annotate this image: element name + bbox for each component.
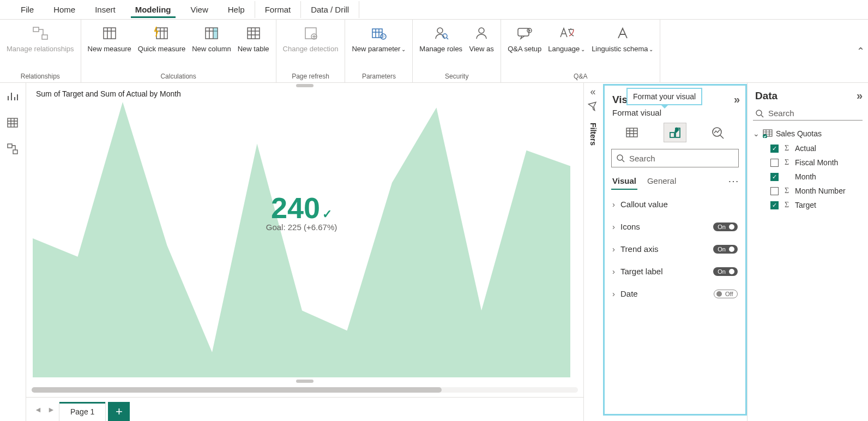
checkbox-unchecked[interactable] <box>770 159 779 167</box>
language-icon <box>557 24 576 43</box>
menu-tab-file[interactable]: File <box>11 1 44 18</box>
field-target[interactable]: ✓ Σ Target <box>769 198 864 212</box>
model-view-button[interactable] <box>7 143 20 156</box>
format-visual-tab[interactable] <box>664 123 686 142</box>
checkbox-checked[interactable]: ✓ <box>770 173 779 181</box>
svg-rect-6 <box>248 28 260 39</box>
toggle-on[interactable]: On <box>713 222 738 231</box>
format-search-input[interactable]: Search <box>611 149 739 167</box>
sigma-icon: Σ <box>783 158 791 167</box>
new-column-button[interactable]: New column <box>189 22 234 71</box>
page-tab-1[interactable]: Page 1 <box>59 402 106 422</box>
quick-measure-button[interactable]: Quick measure <box>135 22 189 71</box>
ribbon-collapse-button[interactable]: ⌃ <box>857 45 865 57</box>
toggle-off[interactable]: Off <box>714 290 738 298</box>
filters-expand-button[interactable]: « <box>590 86 595 98</box>
data-pane-collapse-button[interactable]: » <box>857 89 863 102</box>
workspace: Sum of Target and Sum of Actual by Month… <box>0 83 868 421</box>
language-button[interactable]: Language⌄ <box>545 22 588 71</box>
svg-point-12 <box>437 28 443 33</box>
filters-pane-title: Filters <box>589 123 598 146</box>
ribbon-btn-label: Quick measure <box>138 45 185 53</box>
new-parameter-button[interactable]: ? New parameter⌄ <box>348 22 409 71</box>
field-label: Target <box>795 201 816 209</box>
toggle-on[interactable]: On <box>713 245 738 254</box>
chevron-right-icon: › <box>612 222 615 231</box>
canvas-splitter-bottom[interactable] <box>296 380 314 383</box>
tree-table-label: Sales Quotas <box>776 129 822 138</box>
format-tab-visual[interactable]: Visual <box>611 173 637 189</box>
ribbon-group-label: Security <box>416 71 497 81</box>
linguistic-schema-button[interactable]: Linguistic schema⌄ <box>588 22 656 71</box>
card-icons[interactable]: › Icons On <box>605 215 745 238</box>
svg-rect-0 <box>33 27 39 32</box>
menu-tab-help[interactable]: Help <box>218 1 255 18</box>
menu-tab-datadrill[interactable]: Data / Drill <box>301 1 359 18</box>
new-measure-button[interactable]: New measure <box>85 22 135 71</box>
chevron-right-icon: › <box>612 200 615 209</box>
checkbox-unchecked[interactable] <box>770 187 779 195</box>
new-table-button[interactable]: New table <box>234 22 273 71</box>
chevron-right-icon: › <box>612 244 615 254</box>
field-month[interactable]: ✓ Σ Month <box>769 170 864 184</box>
checkbox-checked[interactable]: ✓ <box>770 201 779 209</box>
ribbon-btn-label: Manage relationships <box>7 45 74 53</box>
data-search-input[interactable]: Search <box>753 106 863 121</box>
ribbon-btn-label: New measure <box>88 45 131 53</box>
card-label: Trend axis <box>620 244 658 254</box>
data-view-button[interactable] <box>7 117 20 130</box>
card-callout-value[interactable]: › Callout value <box>605 193 745 215</box>
toggle-on[interactable]: On <box>713 267 738 276</box>
build-visual-tab[interactable] <box>620 123 643 142</box>
menu-tab-home[interactable]: Home <box>44 1 85 18</box>
card-date[interactable]: › Date Off <box>605 282 745 305</box>
ribbon-btn-label: Q&A setup <box>508 45 541 53</box>
page-next-button[interactable]: ► <box>46 402 57 417</box>
kpi-visual[interactable]: Sum of Target and Sum of Actual by Month… <box>32 87 571 382</box>
ribbon-group-label: Calculations <box>85 71 273 81</box>
manage-roles-button[interactable]: Manage roles <box>416 22 466 71</box>
field-fiscal-month[interactable]: Σ Fiscal Month <box>769 155 864 170</box>
field-actual[interactable]: ✓ Σ Actual <box>769 141 864 155</box>
qa-setup-button[interactable]: Q&A setup <box>504 22 545 71</box>
ribbon-btn-label: View as <box>469 45 493 53</box>
menu-tab-insert[interactable]: Insert <box>85 1 125 18</box>
analytics-tab[interactable] <box>707 123 730 142</box>
format-tab-general[interactable]: General <box>646 173 677 189</box>
add-page-button[interactable]: + <box>108 402 130 422</box>
field-label: Month Number <box>795 187 846 195</box>
table-icon <box>763 129 773 138</box>
svg-rect-17 <box>8 118 17 127</box>
format-card-list: › Callout value › Icons On › Trend axis … <box>605 189 745 309</box>
page-prev-button[interactable]: ◄ <box>33 402 44 417</box>
chevron-down-icon: ⌄ <box>649 46 653 52</box>
ribbon-btn-label: Manage roles <box>419 45 462 53</box>
card-target-label[interactable]: › Target label On <box>605 260 745 282</box>
view-as-button[interactable]: View as <box>466 22 497 71</box>
hscroll-track[interactable] <box>32 387 578 393</box>
change-detection-button[interactable]: Change detection <box>280 22 342 71</box>
chevron-down-icon: ⌄ <box>581 46 585 52</box>
manage-relationships-button[interactable]: Manage relationships <box>3 22 77 71</box>
menu-tab-modeling[interactable]: Modeling <box>125 1 181 18</box>
card-trend-axis[interactable]: › Trend axis On <box>605 238 745 260</box>
svg-rect-5 <box>213 28 217 39</box>
visualizations-collapse-button[interactable]: » <box>734 93 740 106</box>
chevron-down-icon: ⌄ <box>753 129 760 138</box>
menu-tab-view[interactable]: View <box>181 1 218 18</box>
hscroll-thumb[interactable] <box>32 387 442 393</box>
chevron-right-icon: › <box>612 289 615 298</box>
qa-icon <box>515 24 534 43</box>
search-placeholder: Search <box>768 109 794 118</box>
tree-table-sales-quotas[interactable]: ⌄ Sales Quotas <box>752 126 864 141</box>
format-tabs-more-button[interactable]: ⋯ <box>728 175 739 188</box>
card-label: Callout value <box>620 200 668 209</box>
report-view-button[interactable] <box>7 91 20 104</box>
menu-tab-format[interactable]: Format <box>255 1 302 18</box>
field-month-number[interactable]: Σ Month Number <box>769 184 864 198</box>
checkbox-checked[interactable]: ✓ <box>770 145 779 153</box>
new-column-icon <box>202 24 221 43</box>
canvas-viewport[interactable]: Sum of Target and Sum of Actual by Month… <box>26 83 583 397</box>
card-label: Icons <box>620 222 640 231</box>
visualizations-pane: Visualizations » Format your visual Form… <box>603 84 747 416</box>
